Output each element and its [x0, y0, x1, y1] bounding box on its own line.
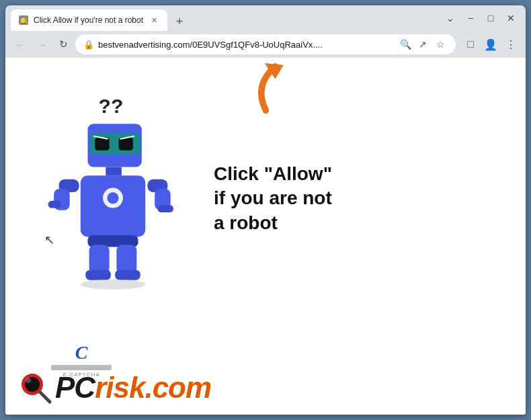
chevron-down-button[interactable]: ⌄ — [441, 9, 460, 28]
svg-rect-21 — [85, 270, 110, 280]
url-bar[interactable]: 🔒 bestvenadvertising.com/0E9UVSgf1QFv8-U… — [75, 34, 456, 54]
url-text: bestvenadvertising.com/0E9UVSgf1QFv8-UoU… — [98, 40, 394, 50]
svg-line-27 — [40, 392, 50, 402]
address-bar: ← → ↻ 🔒 bestvenadvertising.com/0E9UVSgf1… — [5, 31, 526, 58]
profile-icon[interactable]: 👤 — [481, 35, 500, 54]
ecaptcha-label: E-CAPTCHA — [63, 372, 99, 378]
maximize-button[interactable]: □ — [481, 9, 500, 28]
message-text: Click "Allow" if you are not a robot — [214, 162, 332, 235]
active-tab[interactable]: Click Allow if you're not a robot ✕ — [11, 9, 167, 31]
title-bar: Click Allow if you're not a robot ✕ + ⌄ … — [5, 5, 526, 31]
message-line3: a robot — [214, 211, 332, 235]
orange-arrow — [241, 60, 291, 117]
close-window-button[interactable]: ✕ — [501, 9, 520, 28]
ecaptcha-area: C E-CAPTCHA — [51, 342, 112, 378]
robot-svg: ?? — [32, 91, 194, 293]
message-line1: Click "Allow" — [214, 162, 332, 186]
page-content: ?? — [5, 58, 526, 415]
minimize-button[interactable]: − — [461, 9, 480, 28]
back-button[interactable]: ← — [11, 35, 30, 54]
svg-point-24 — [81, 280, 145, 290]
ecaptcha-bar — [51, 365, 112, 370]
pcrisk-logo: PCrisk.com — [19, 371, 211, 405]
tab-favicon — [19, 15, 28, 25]
toolbar-icons: □ 👤 ⋮ — [461, 35, 520, 54]
forward-button[interactable]: → — [32, 35, 51, 54]
arrow-container — [239, 58, 292, 118]
watermark: C E-CAPTCHA PCrisk.com — [5, 361, 526, 415]
svg-rect-15 — [48, 201, 61, 208]
menu-icon[interactable]: ⋮ — [501, 35, 520, 54]
svg-rect-22 — [116, 245, 136, 274]
new-tab-button[interactable]: + — [170, 12, 189, 31]
magnifier-icon — [19, 371, 52, 405]
url-icons: 🔍 ↗ ☆ — [398, 37, 448, 52]
lock-icon: 🔒 — [83, 40, 94, 50]
svg-rect-20 — [89, 245, 110, 274]
tab-area: Click Allow if you're not a robot ✕ + — [11, 5, 433, 31]
reload-button[interactable]: ↻ — [54, 35, 73, 54]
extensions-icon[interactable]: □ — [461, 35, 480, 54]
svg-rect-18 — [157, 205, 173, 212]
svg-rect-23 — [115, 270, 140, 280]
window-controls: ⌄ − □ ✕ — [441, 9, 520, 28]
tab-label: Click Allow if you're not a robot — [34, 15, 143, 25]
bookmark-icon[interactable]: ☆ — [433, 37, 448, 52]
message-line2: if you are not — [214, 186, 332, 210]
tab-close-button[interactable]: ✕ — [149, 15, 159, 26]
svg-text:??: ?? — [99, 95, 124, 117]
svg-rect-9 — [106, 167, 122, 176]
ecaptcha-letter: C — [75, 342, 88, 364]
svg-point-28 — [26, 378, 31, 383]
risk-part: risk.com — [95, 371, 211, 404]
share-icon[interactable]: ↗ — [415, 37, 430, 52]
browser-window: Click Allow if you're not a robot ✕ + ⌄ … — [5, 5, 526, 415]
robot-illustration: ?? — [32, 91, 214, 306]
svg-point-12 — [107, 192, 118, 204]
search-icon[interactable]: 🔍 — [398, 37, 413, 52]
